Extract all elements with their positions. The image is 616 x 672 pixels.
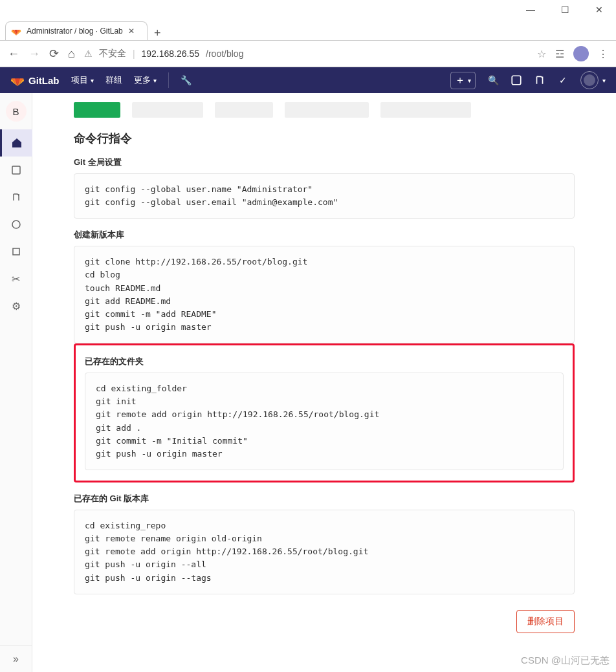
plus-icon: ＋ <box>455 74 465 87</box>
issues-icon[interactable] <box>511 74 522 86</box>
bookmark-star-icon[interactable]: ☆ <box>537 48 546 60</box>
admin-wrench-icon[interactable]: 🔧 <box>181 74 192 86</box>
new-repo-code: git clone http://192.168.26.55/root/blog… <box>74 246 575 343</box>
nav-groups[interactable]: 群组 <box>105 74 122 86</box>
sidebar-settings[interactable]: ⚙ <box>0 292 32 320</box>
browser-tab-strip: Administrator / blog · GitLab ✕ + <box>0 19 616 40</box>
project-actions-row <box>74 100 575 118</box>
stub-button-primary[interactable] <box>74 102 120 118</box>
svg-rect-3 <box>13 248 19 255</box>
merge-requests-icon[interactable] <box>534 74 545 86</box>
project-sidebar: B ✂ ⚙ » <box>0 93 32 672</box>
gitlab-favicon-icon <box>11 26 21 36</box>
stub-button[interactable] <box>380 102 471 118</box>
svg-rect-1 <box>12 166 20 174</box>
gitlab-brand: GitLab <box>28 75 60 86</box>
tab-title: Administrator / blog · GitLab <box>27 27 123 36</box>
close-window-button[interactable]: ✕ <box>595 5 603 15</box>
project-avatar[interactable]: B <box>6 101 27 122</box>
new-repo-title: 创建新版本库 <box>74 229 575 241</box>
existing-folder-title: 已存在的文件夹 <box>85 356 564 367</box>
search-icon[interactable]: 🔍 <box>487 74 499 86</box>
existing-repo-title: 已存在的 Git 版本库 <box>74 493 575 504</box>
existing-repo-code: cd existing_repo git remote rename origi… <box>74 510 575 594</box>
new-tab-button[interactable]: + <box>154 27 161 40</box>
nav-projects[interactable]: 项目▾ <box>71 74 94 86</box>
existing-folder-section-highlighted: 已存在的文件夹 cd existing_folder git init git … <box>74 343 575 482</box>
forward-button[interactable]: → <box>28 47 40 61</box>
existing-folder-code: cd existing_folder git init git remote a… <box>85 373 564 470</box>
url-field[interactable]: ⚠ 不安全 | 192.168.26.55/root/blog <box>84 48 528 60</box>
nav-divider <box>168 72 169 88</box>
svg-point-2 <box>12 221 20 228</box>
svg-rect-0 <box>512 76 521 85</box>
todos-icon[interactable]: ✓ <box>557 74 569 86</box>
nav-more[interactable]: 更多▾ <box>134 74 157 86</box>
global-settings-code: git config --global user.name "Administr… <box>74 173 575 219</box>
main-content: 命令行指令 Git 全局设置 git config --global user.… <box>32 93 616 672</box>
insecure-label: 不安全 <box>99 48 126 60</box>
url-host: 192.168.26.55 <box>142 49 200 59</box>
cli-instructions-heading: 命令行指令 <box>74 131 575 146</box>
gitlab-logo-icon <box>10 73 25 87</box>
close-tab-icon[interactable]: ✕ <box>128 27 135 36</box>
chrome-menu-icon[interactable]: ⋮ <box>598 48 608 60</box>
reload-button[interactable]: ⟳ <box>49 47 59 61</box>
address-bar: ← → ⟳ ⌂ ⚠ 不安全 | 192.168.26.55/root/blog … <box>0 40 616 67</box>
sidebar-merge-requests[interactable] <box>0 184 32 211</box>
gitlab-navbar: GitLab 项目▾ 群组 更多▾ 🔧 ＋▾ 🔍 ✓ ▾ <box>0 67 616 93</box>
sidebar-home[interactable] <box>0 129 32 157</box>
new-dropdown[interactable]: ＋▾ <box>450 72 476 89</box>
back-button[interactable]: ← <box>8 47 19 61</box>
stub-button[interactable] <box>132 102 203 118</box>
sidebar-snippets[interactable]: ✂ <box>0 265 32 292</box>
profile-avatar-icon[interactable] <box>573 46 589 61</box>
browser-tab[interactable]: Administrator / blog · GitLab ✕ <box>5 21 148 40</box>
user-menu[interactable] <box>580 71 599 89</box>
maximize-button[interactable]: ☐ <box>561 5 569 15</box>
minimize-button[interactable]: — <box>526 5 535 15</box>
delete-project-button[interactable]: 删除项目 <box>516 610 575 633</box>
gitlab-logo[interactable]: GitLab <box>10 73 60 87</box>
url-path: /root/blog <box>206 49 243 59</box>
sidebar-repository[interactable] <box>0 157 32 184</box>
reading-list-icon[interactable]: ☲ <box>555 48 564 60</box>
insecure-warning-icon: ⚠ <box>84 49 93 59</box>
sidebar-registry[interactable] <box>0 238 32 265</box>
sidebar-cicd[interactable] <box>0 211 32 238</box>
home-button[interactable]: ⌂ <box>68 47 75 61</box>
sidebar-collapse[interactable]: » <box>0 645 32 672</box>
global-settings-title: Git 全局设置 <box>74 157 575 168</box>
window-controls: — ☐ ✕ <box>0 0 616 19</box>
stub-button[interactable] <box>285 102 369 118</box>
stub-button[interactable] <box>215 102 273 118</box>
